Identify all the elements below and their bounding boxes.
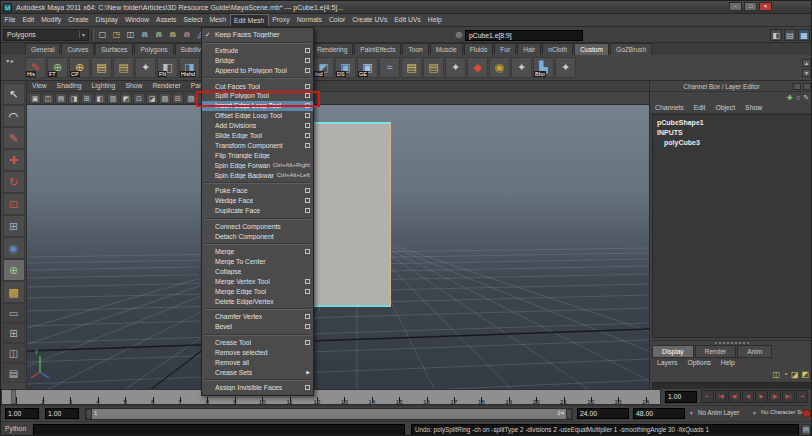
- layer-editor-menu[interactable]: Help: [716, 358, 740, 368]
- shelf-tab[interactable]: Curves: [61, 43, 94, 55]
- shelf-item-curve-4[interactable]: ≈: [379, 57, 400, 78]
- shelf-tab[interactable]: Polygons: [134, 43, 173, 55]
- range-start-handle[interactable]: [86, 409, 92, 419]
- option-box-icon[interactable]: [305, 324, 310, 329]
- edit-mesh-menu-item[interactable]: ✓ Wedge Face ▶: [202, 196, 313, 206]
- speed-medium-icon[interactable]: ○: [796, 93, 800, 102]
- animation-end-field[interactable]: 48.00: [633, 408, 685, 419]
- INPUTS[interactable]: INPUTS: [657, 128, 811, 138]
- rotate-tool[interactable]: ↻: [3, 171, 25, 193]
- menu[interactable]: Select: [180, 14, 206, 26]
- shaded-icon[interactable]: ▥: [107, 93, 119, 104]
- edit-mesh-menu-item[interactable]: ✓ Extrude ▶: [202, 46, 313, 56]
- option-box-icon[interactable]: [305, 385, 310, 390]
- panel-menu[interactable]: View: [27, 81, 52, 91]
- edit-mesh-menu-item[interactable]: ✓ Poke Face ▶: [202, 186, 313, 196]
- shelf-item-ds[interactable]: ▣DS: [335, 57, 356, 78]
- menu[interactable]: Assets: [153, 14, 180, 26]
- layer-editor-tab[interactable]: Render: [695, 345, 737, 358]
- shelf-tab[interactable]: Toon: [402, 43, 428, 55]
- menu[interactable]: File: [1, 14, 19, 26]
- option-box-icon[interactable]: [305, 314, 310, 319]
- camera-attributes-icon[interactable]: ▤: [55, 93, 67, 104]
- shelf-item-cp[interactable]: ⊕CP: [69, 57, 90, 78]
- play-forward-button[interactable]: ▶: [755, 390, 768, 403]
- option-box-icon[interactable]: [305, 84, 310, 89]
- channel-box-menu[interactable]: Object: [710, 103, 740, 113]
- selection-input[interactable]: pCube1.e[8:9]: [465, 30, 583, 41]
- animation-start-field[interactable]: 1.00: [5, 408, 39, 419]
- shelf-scroll-down-icon[interactable]: ▼: [802, 69, 811, 77]
- auto-keyframe-icon[interactable]: [802, 409, 811, 418]
- shelf-item-hand-4[interactable]: ✦: [555, 57, 576, 78]
- bookmarks-icon[interactable]: ◨: [68, 93, 80, 104]
- edit-mesh-menu-item[interactable]: ✓ Chamfer Vertex ▶: [202, 312, 313, 322]
- shelf-item-hand-3[interactable]: ✦: [511, 57, 532, 78]
- new-scene-icon[interactable]: ▢: [96, 28, 109, 41]
- panel-menu[interactable]: Renderer: [147, 81, 185, 91]
- option-box-icon[interactable]: [305, 48, 310, 53]
- character-set-dropdown[interactable]: No Character Set: [761, 409, 806, 415]
- edit-mesh-menu-item[interactable]: ✓ Assign Invisible Faces ▶: [202, 383, 313, 393]
- pCubeShape1[interactable]: pCubeShape1: [657, 118, 811, 128]
- menu[interactable]: Create: [65, 14, 92, 26]
- range-slider[interactable]: 1 24: [85, 408, 573, 420]
- option-box-icon[interactable]: [305, 208, 310, 213]
- option-box-icon[interactable]: [305, 198, 310, 203]
- edit-mesh-menu-item[interactable]: ✓ Remove all ▶: [202, 357, 313, 367]
- edit-mesh-menu-item[interactable]: ✓ Keep Faces Together ▶: [202, 30, 313, 40]
- menu[interactable]: Modify: [38, 14, 65, 26]
- menu[interactable]: Proxy: [269, 14, 293, 26]
- menu[interactable]: Edit: [19, 14, 38, 26]
- step-back-frame-button[interactable]: |◀: [715, 390, 728, 403]
- shelf-tab[interactable]: Rendering: [311, 43, 353, 55]
- edit-mesh-menu-item[interactable]: ✓ Spin Edge Backward Ctrl+Alt+Left ▶: [202, 170, 313, 180]
- minimize-button[interactable]: –: [729, 2, 742, 11]
- save-scene-icon[interactable]: ◫: [124, 28, 137, 41]
- edit-mesh-menu-item[interactable]: ✓ Spin Edge Forward Ctrl+Alt+Right ▶: [202, 160, 313, 170]
- select-by-name-icon[interactable]: ◎: [453, 29, 465, 41]
- menu[interactable]: Color: [325, 14, 348, 26]
- edit-mesh-menu-item[interactable]: ✓ Merge To Center ▶: [202, 257, 313, 267]
- resolution-gate-icon[interactable]: ▧: [159, 93, 171, 104]
- speed-fast-icon[interactable]: ✎: [803, 93, 809, 102]
- shelf-item-ge[interactable]: ▣GE: [357, 57, 378, 78]
- panel-menu[interactable]: Show: [120, 81, 147, 91]
- edit-mesh-menu-item[interactable]: ✓ Offset Edge Loop Tool ▶: [202, 111, 313, 121]
- step-forward-key-button[interactable]: |▶: [769, 390, 782, 403]
- step-back-key-button[interactable]: ◀|: [728, 390, 741, 403]
- wireframe-icon[interactable]: ◧: [94, 93, 106, 104]
- shelf-item-stack-3[interactable]: ▤: [401, 57, 422, 78]
- shelf-tab[interactable]: PaintEffects: [354, 43, 401, 55]
- textured-icon[interactable]: ◩: [120, 93, 132, 104]
- go-to-end-button[interactable]: ⇥: [796, 390, 809, 403]
- panel-menu[interactable]: Lighting: [87, 81, 121, 91]
- snap-to-curve-icon[interactable]: ⋒: [152, 28, 165, 41]
- viewport-canvas[interactable]: y: [27, 105, 649, 389]
- channel-box-menu[interactable]: Channels: [650, 103, 689, 113]
- open-scene-icon[interactable]: ◳: [110, 28, 123, 41]
- edit-mesh-menu-item[interactable]: ✓ Add Divisions ▶: [202, 121, 313, 131]
- command-line-language-label[interactable]: Python: [5, 425, 26, 432]
- shelf-item-stack-4[interactable]: ▤: [423, 57, 444, 78]
- edit-mesh-menu-item[interactable]: ✓ Bridge ▶: [202, 56, 313, 66]
- edit-mesh-menu-item[interactable]: ✓ Crease Tool ▶: [202, 338, 313, 348]
- persp-outliner-layout[interactable]: ▤: [3, 363, 25, 383]
- shelf-item-his[interactable]: ✎His: [25, 57, 46, 78]
- menu[interactable]: Mesh: [206, 14, 230, 26]
- shelf-tab[interactable]: Surfaces: [95, 43, 133, 55]
- range-end-handle[interactable]: [566, 409, 572, 419]
- toggle-tool-settings-icon[interactable]: ▤: [784, 29, 796, 41]
- use-all-lights-icon[interactable]: ⊡: [133, 93, 145, 104]
- shelf-scroll-up-icon[interactable]: ▲: [802, 59, 811, 67]
- edit-mesh-menu-item[interactable]: ✓ Remove selected ▶: [202, 348, 313, 358]
- option-box-icon[interactable]: [305, 289, 310, 294]
- edit-mesh-menu-item[interactable]: ✓ Slide Edge Tool ▶: [202, 131, 313, 141]
- menu[interactable]: Window: [121, 14, 152, 26]
- edit-mesh-menu-item[interactable]: ✓ Delete Edge/Vertex ▶: [202, 296, 313, 306]
- shelf-item-hishd[interactable]: ◨Hishd: [179, 57, 200, 78]
- shelf-item-hand-2[interactable]: ✦: [445, 57, 466, 78]
- option-box-icon[interactable]: [305, 340, 310, 345]
- pcube-mesh[interactable]: [305, 122, 391, 307]
- scale-tool[interactable]: ⊡: [3, 193, 25, 215]
